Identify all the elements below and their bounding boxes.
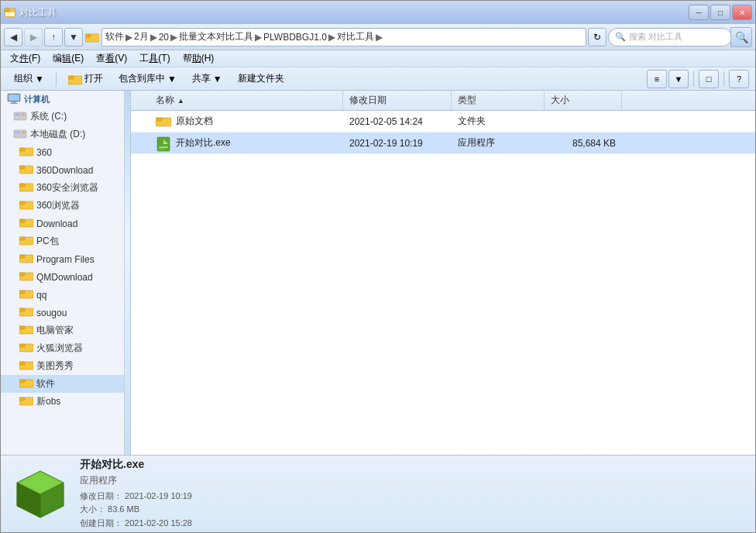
share-label: 共享 <box>192 72 211 85</box>
size-value: 83.6 MB <box>108 504 139 514</box>
sidebar-item-sougou[interactable]: sougou <box>1 304 124 322</box>
menu-tools[interactable]: 工具(T) <box>133 50 176 67</box>
sidebar-item-软件[interactable]: 软件 <box>1 375 124 393</box>
sidebar-item-火狐浏览器[interactable]: 火狐浏览器 <box>1 339 124 357</box>
include-button[interactable]: 包含到库中 ▼ <box>112 70 184 88</box>
svg-rect-24 <box>19 201 25 205</box>
menu-help[interactable]: 帮助(H) <box>177 50 221 67</box>
col-size-label: 大小 <box>551 94 569 107</box>
created-label: 创建日期： <box>80 518 122 528</box>
svg-rect-40 <box>19 344 25 347</box>
file-list: 原始文档 2021-02-05 14:24 文件夹 <box>131 111 755 455</box>
location-icon <box>84 29 100 45</box>
folder-label: 美图秀秀 <box>36 359 74 373</box>
folder-label: 新obs <box>36 395 60 408</box>
sidebar-item-美图秀秀[interactable]: 美图秀秀 <box>1 357 124 375</box>
file-size-cell: 85,684 KB <box>545 132 622 153</box>
address-bar[interactable]: 软件 ▶ 2月 ▶ 20 ▶ 批量文本对比工具 ▶ PLWBDBGJ1.0 ▶ … <box>101 28 586 46</box>
menu-edit[interactable]: 编辑(E) <box>46 50 90 67</box>
search-button[interactable]: 🔍 <box>730 27 752 47</box>
menu-view[interactable]: 查看(V) <box>90 50 133 67</box>
sidebar-item-新obs[interactable]: 新obs <box>1 393 124 411</box>
refresh-button[interactable]: ↻ <box>588 28 607 46</box>
menu-file[interactable]: 文件(F) <box>4 50 46 67</box>
open-label: 打开 <box>84 72 103 85</box>
organize-label: 组织 <box>14 72 33 85</box>
col-header-size[interactable]: 大小 <box>545 91 622 110</box>
folder-icon <box>19 253 33 266</box>
help-button[interactable]: ? <box>729 70 749 88</box>
sidebar-item-PC包[interactable]: PC包 <box>1 232 124 250</box>
maximize-button[interactable]: □ <box>710 5 730 20</box>
folder-icon <box>156 115 171 129</box>
search-submit-icon: 🔍 <box>735 31 748 43</box>
sidebar-item-360[interactable]: 360 <box>1 143 124 161</box>
folder-icon <box>19 377 33 390</box>
svg-rect-11 <box>14 112 26 120</box>
table-row[interactable]: 开始对比.exe 2021-02-19 10:19 应用程序 85,684 KB <box>131 132 755 154</box>
folder-label: qq <box>36 290 46 301</box>
breadcrumb: 软件 ▶ 2月 ▶ 20 ▶ 批量文本对比工具 ▶ PLWBDBGJ1.0 ▶ … <box>105 30 384 43</box>
col-header-name[interactable]: 名称 ▲ <box>149 91 343 110</box>
organize-button[interactable]: 组织 ▼ <box>7 70 51 88</box>
sidebar-scrollbar[interactable] <box>125 91 131 455</box>
sidebar-item-360浏览器[interactable]: 360浏览器 <box>1 197 124 215</box>
sidebar-item-Program Files[interactable]: Program Files <box>1 250 124 268</box>
col-header-type[interactable]: 类型 <box>452 91 545 110</box>
col-header-date[interactable]: 修改日期 <box>343 91 452 110</box>
new-folder-button[interactable]: 新建文件夹 <box>231 70 291 88</box>
sidebar-item-360安全浏览器[interactable]: 360安全浏览器 <box>1 179 124 197</box>
preview-button[interactable]: □ <box>699 70 719 88</box>
computer-icon <box>7 93 21 105</box>
svg-rect-22 <box>19 184 25 187</box>
sidebar-item-Download[interactable]: Download <box>1 215 124 232</box>
svg-rect-36 <box>19 308 25 311</box>
folder-icon <box>19 217 33 230</box>
sidebar-item-drive-d[interactable]: 本地磁盘 (D:) <box>1 126 124 143</box>
view-options-button[interactable]: ≡ <box>647 70 667 88</box>
sidebar-item-computer[interactable]: 计算机 <box>1 91 124 108</box>
folder-icon <box>19 181 33 194</box>
window-icon <box>4 6 16 19</box>
file-list-container: 名称 ▲ 修改日期 类型 大小 <box>131 91 755 455</box>
svg-rect-9 <box>12 101 16 103</box>
help-icon: ? <box>737 74 741 84</box>
file-type-cell: 文件夹 <box>452 111 545 132</box>
col-type-label: 类型 <box>458 94 476 107</box>
svg-rect-6 <box>68 76 74 79</box>
svg-rect-15 <box>15 132 20 133</box>
sidebar-item-360Download[interactable]: 360Download <box>1 161 124 179</box>
sidebar-item-电脑管家[interactable]: 电脑管家 <box>1 322 124 339</box>
table-row[interactable]: 原始文档 2021-02-05 14:24 文件夹 <box>131 111 755 132</box>
dropdown-icon: ▼ <box>69 32 78 43</box>
open-button[interactable]: 打开 <box>61 70 110 88</box>
folder-icon <box>19 146 33 159</box>
file-name-text: 原始文档 <box>176 115 213 128</box>
up-button[interactable]: ↑ <box>44 28 63 46</box>
modified-label: 修改日期： <box>80 491 122 500</box>
folder-icon <box>19 342 33 355</box>
sidebar-item-QMDownload[interactable]: QMDownload <box>1 268 124 286</box>
svg-rect-34 <box>19 291 25 294</box>
sidebar-item-qq[interactable]: qq <box>1 286 124 304</box>
file-size-text: 85,684 KB <box>572 138 616 149</box>
svg-rect-30 <box>19 255 25 258</box>
drive-c-icon <box>13 110 27 123</box>
close-button[interactable]: ✕ <box>732 5 752 20</box>
status-size: 大小： 83.6 MB <box>80 503 192 517</box>
recent-btn[interactable]: ▼ <box>64 28 83 46</box>
forward-button[interactable]: ▶ <box>24 28 43 46</box>
svg-rect-18 <box>19 148 25 151</box>
minimize-button[interactable]: ─ <box>689 5 709 20</box>
svg-rect-14 <box>14 130 26 138</box>
sidebar-item-drive-c[interactable]: 系统 (C:) <box>1 108 124 126</box>
file-type-text: 文件夹 <box>458 115 486 128</box>
share-button[interactable]: 共享 ▼ <box>185 70 229 88</box>
back-button[interactable]: ◀ <box>4 28 22 46</box>
up-icon: ↑ <box>51 32 56 43</box>
view-toggle-button[interactable]: ▼ <box>668 70 689 88</box>
folder-icon <box>19 359 33 373</box>
computer-label: 计算机 <box>24 94 50 105</box>
folder-icon <box>19 324 33 337</box>
size-label: 大小： <box>80 504 105 514</box>
